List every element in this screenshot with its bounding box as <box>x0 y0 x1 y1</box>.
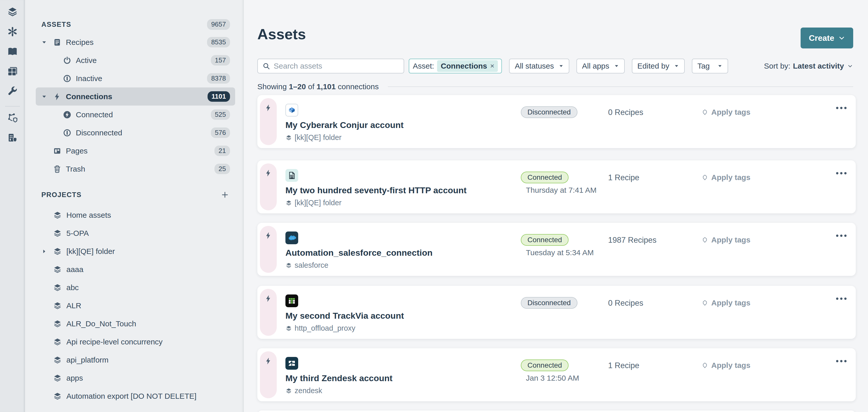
filter-toolbar: Asset: Connections × All statuses All ap… <box>257 59 853 73</box>
more-actions-button[interactable] <box>834 170 849 177</box>
tools-wrench-icon[interactable] <box>6 85 19 97</box>
sidebar-item-pages[interactable]: Pages 21 <box>36 142 235 160</box>
caret-down-icon[interactable] <box>41 94 53 99</box>
more-actions-button[interactable] <box>834 295 849 302</box>
library-book-icon[interactable] <box>6 45 19 58</box>
apply-tags-button[interactable]: Apply tags <box>702 299 750 307</box>
apply-tags-button[interactable]: Apply tags <box>702 361 750 370</box>
app-rail <box>0 0 25 412</box>
apps-dropdown[interactable]: All apps <box>577 59 625 73</box>
status-badge: Connected <box>521 359 568 371</box>
project-stack-icon <box>53 229 62 238</box>
sidebar-item-label: Inactive <box>76 74 102 83</box>
count-badge: 8378 <box>207 73 230 83</box>
sidebar-item-connections[interactable]: Connections 1101 <box>36 88 235 106</box>
sidebar-item-label: Connections <box>66 92 112 101</box>
apply-tags-button[interactable]: Apply tags <box>702 173 750 182</box>
apply-tags-button[interactable]: Apply tags <box>702 236 750 244</box>
recipes-count[interactable]: 1987 Recipes <box>608 236 657 245</box>
apply-tags-button[interactable]: Apply tags <box>702 108 750 116</box>
caret-down-icon <box>717 64 722 69</box>
project-item[interactable]: Automation export [DO NOT DELETE] <box>36 387 235 405</box>
sort-by-control[interactable]: Sort by: Latest activity <box>764 62 853 70</box>
assets-section-header: ASSETS 9657 <box>36 18 235 31</box>
connection-title[interactable]: My two hundred seventy-first HTTP accoun… <box>285 185 467 195</box>
project-item-expandable[interactable]: [kk][QE] folder <box>36 242 235 260</box>
connection-card-partial[interactable] <box>257 410 856 412</box>
recipes-count[interactable]: 0 Recipes <box>608 108 643 117</box>
connection-title[interactable]: My second TrackVia account <box>285 311 404 321</box>
bolt-icon <box>264 169 272 177</box>
connection-card[interactable]: My third Zendesk account zendesk Connect… <box>257 348 856 401</box>
page-title: Assets <box>257 26 306 42</box>
assets-total-badge: 9657 <box>207 19 230 30</box>
caret-down-icon <box>614 64 619 69</box>
sidebar-item-disconnected[interactable]: Disconnected 576 <box>36 124 235 142</box>
project-stack-icon <box>53 337 62 347</box>
count-badge: 525 <box>211 109 230 120</box>
assets-section-label: ASSETS <box>41 21 71 29</box>
project-item[interactable]: ALR <box>36 297 235 315</box>
count-badge: 157 <box>211 55 230 66</box>
create-button[interactable]: Create <box>801 28 853 48</box>
project-item[interactable]: ALR_Do_Not_Touch <box>36 315 235 333</box>
sidebar-item-inactive[interactable]: Inactive 8378 <box>36 69 235 88</box>
connection-card[interactable]: salesforce Automation_salesforce_connect… <box>257 223 856 276</box>
project-stack-icon <box>53 210 62 220</box>
chevron-down-icon <box>847 63 853 69</box>
network-governance-icon[interactable] <box>6 112 19 124</box>
bolt-icon <box>264 357 272 365</box>
sidebar-item-active[interactable]: Active 157 <box>36 51 235 69</box>
sidebar-item-recipes[interactable]: Recipes 8535 <box>36 33 235 51</box>
project-stack-icon <box>53 319 62 329</box>
project-item[interactable]: api_platform <box>36 351 235 369</box>
org-security-icon[interactable] <box>6 132 19 144</box>
connection-title[interactable]: Automation_salesforce_connection <box>285 248 432 258</box>
connection-title[interactable]: My third Zendesk account <box>285 373 393 383</box>
connection-card[interactable]: HTTP My two hundred seventy-first HTTP a… <box>257 160 856 213</box>
project-item[interactable]: Api recipe-level concurrency <box>36 333 235 351</box>
remove-filter-icon[interactable]: × <box>490 62 494 70</box>
project-stack-icon <box>53 265 62 274</box>
tag-dropdown[interactable]: Tag <box>692 59 728 73</box>
connection-title[interactable]: My Cyberark Conjur account <box>285 120 404 130</box>
sidebar-item-trash[interactable]: Trash 25 <box>36 160 235 178</box>
add-project-button[interactable] <box>220 190 230 200</box>
edited-by-dropdown[interactable]: Edited by <box>632 59 685 73</box>
asset-filter-chip[interactable]: Asset: Connections × <box>409 59 502 73</box>
recipes-count[interactable]: 1 Recipe <box>608 173 639 182</box>
search-input[interactable] <box>274 62 399 70</box>
recipes-count[interactable]: 1 Recipe <box>608 361 639 370</box>
automation-hub-icon[interactable] <box>6 26 19 38</box>
project-stack-icon <box>53 391 62 401</box>
app-icon-trackvia <box>285 295 298 307</box>
connection-card[interactable]: My Cyberark Conjur account [kk][QE] fold… <box>257 95 856 148</box>
project-stack-icon <box>53 283 62 293</box>
rail-divider <box>5 106 20 107</box>
more-actions-button[interactable] <box>834 357 849 365</box>
statuses-dropdown[interactable]: All statuses <box>509 59 569 73</box>
recipes-count[interactable]: 0 Recipes <box>608 299 643 308</box>
search-box[interactable] <box>257 59 404 73</box>
connection-card[interactable]: My second TrackVia account http_offload_… <box>257 286 856 339</box>
project-item[interactable]: apps <box>36 369 235 387</box>
assets-layers-icon[interactable] <box>6 6 19 18</box>
project-stack-icon <box>285 325 292 332</box>
caret-right-icon[interactable] <box>41 248 53 254</box>
more-actions-button[interactable] <box>834 232 849 239</box>
project-item[interactable]: 5-OPA <box>36 224 235 242</box>
count-badge: 25 <box>214 164 230 174</box>
sidebar-item-connected[interactable]: Connected 525 <box>36 106 235 124</box>
trash-icon <box>53 165 62 174</box>
tag-icon <box>702 237 708 243</box>
more-actions-button[interactable] <box>834 104 849 112</box>
pages-icon <box>53 146 62 156</box>
app-icon-cyberark-conjur <box>285 104 298 116</box>
project-item[interactable]: abc <box>36 278 235 297</box>
project-item[interactable]: aaaa <box>36 260 235 278</box>
last-activity-time: Thursday at 7:41 AM <box>526 186 597 195</box>
project-stack-icon <box>53 355 62 365</box>
dashboard-grid-icon[interactable] <box>6 65 19 77</box>
project-item[interactable]: Home assets <box>36 206 235 224</box>
caret-down-icon[interactable] <box>41 39 53 45</box>
